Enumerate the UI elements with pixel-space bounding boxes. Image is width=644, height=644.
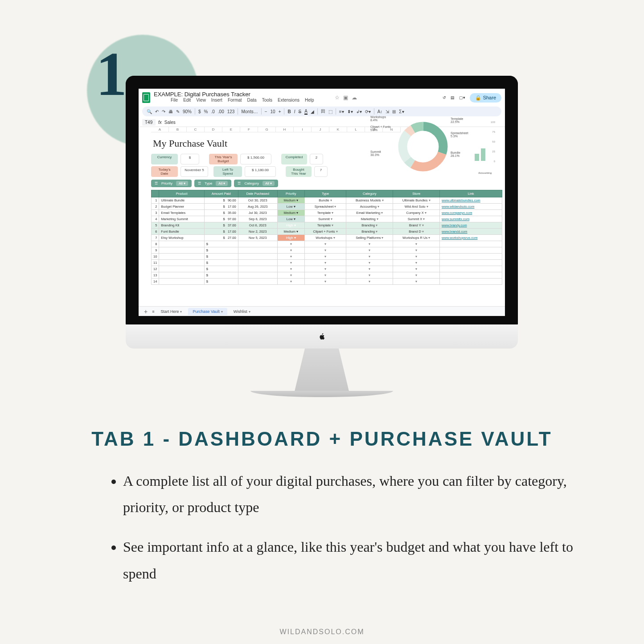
tab-start-here[interactable]: Start Here▾ <box>156 308 186 315</box>
vault-title: My Purchase Vault <box>151 135 502 154</box>
history-icon[interactable]: ↺ <box>443 95 446 100</box>
document-title[interactable]: EXAMPLE: Digital Purchases Tracker <box>154 91 331 98</box>
legend-template: Template22.5% <box>451 117 463 123</box>
toolbar[interactable]: 🔍 ↶ ↷ 🖶 ✎ 90% $%.0.00123 Monts… −10+ B I… <box>142 107 501 116</box>
promo-bullets: A complete list all of your digital purc… <box>103 468 582 600</box>
menu-insert[interactable]: Insert <box>211 98 222 103</box>
cloud-icon[interactable]: ☁ <box>352 94 357 101</box>
date-value: November 5 <box>180 166 208 177</box>
table-row[interactable]: 1Ultimate Bundle$ 90.00Oct 30, 2023Mediu… <box>152 197 502 204</box>
table-row[interactable]: 4Marketing Summit$ 97.00Sep 6, 2023Low ▾… <box>152 216 502 222</box>
menu-format[interactable]: Format <box>228 98 242 103</box>
table-row[interactable]: 7Etsy Workshop$ 27.00Nov 5, 2023High ▾Wo… <box>152 235 502 241</box>
formula-bar[interactable]: Sales <box>164 120 176 125</box>
text-color-icon[interactable]: A <box>304 109 308 115</box>
bold-icon[interactable]: B <box>287 109 291 114</box>
share-button[interactable]: 🔒 Share <box>470 93 501 103</box>
all-sheets-icon[interactable]: ≡ <box>152 309 154 314</box>
bullet-1: A complete list all of your digital purc… <box>123 468 582 521</box>
apple-logo-icon <box>318 332 326 341</box>
menu-data[interactable]: Data <box>247 98 257 103</box>
table-row[interactable]: 8$▾▾▾▾ <box>152 241 502 247</box>
filter-type[interactable]: ☰ Type All ▾ <box>194 180 231 187</box>
share-label: Share <box>483 95 496 100</box>
purchases-table[interactable]: Product Amount Paid Date Puchased Priori… <box>151 190 502 285</box>
table-row[interactable]: 12$▾▾▾▾ <box>152 266 502 272</box>
menu-bar[interactable]: File Edit View Insert Format Data Tools … <box>154 98 331 104</box>
sheets-logo-icon <box>142 92 150 103</box>
table-row[interactable]: 11$▾▾▾▾ <box>152 260 502 266</box>
date-label: Today's Date <box>151 166 178 177</box>
fill-icon[interactable]: ◢ <box>311 109 314 114</box>
search-icon[interactable]: 🔍 <box>147 109 152 114</box>
undo-icon[interactable]: ↶ <box>155 109 159 114</box>
strike-icon[interactable]: S <box>298 109 301 114</box>
font-select[interactable]: Monts… <box>241 109 258 114</box>
comment-icon[interactable]: ▤ <box>451 95 455 100</box>
fx-icon: fx <box>158 120 162 125</box>
left-value: $ 1,180.00 <box>245 166 276 177</box>
name-box[interactable]: T49 <box>142 119 156 126</box>
paint-icon[interactable]: ✎ <box>176 109 180 114</box>
lock-icon: 🔒 <box>475 95 481 101</box>
sheet-tab-bar[interactable]: + ≡ Start Here▾ Purchase Vault▾ Wishlist… <box>139 306 505 316</box>
table-row[interactable]: 3Email Templates$ 35.00Jul 30, 2023Mediu… <box>152 210 502 216</box>
imac-mockup: EXAMPLE: Digital Purchases Tracker File … <box>126 76 518 397</box>
footer-url: WILDANDSOLO.COM <box>0 628 644 636</box>
star-icon[interactable]: ☆ <box>335 94 340 101</box>
meet-icon[interactable]: ▢▾ <box>459 95 465 100</box>
bullet-2: See important info at a glance, like thi… <box>123 534 582 587</box>
merge-icon[interactable]: ⬚ <box>328 109 332 114</box>
zoom-select[interactable]: 90% <box>183 109 192 114</box>
currency-value[interactable]: $ <box>180 154 199 164</box>
menu-help[interactable]: Help <box>305 98 314 103</box>
move-icon[interactable]: ▣ <box>343 94 348 101</box>
table-row[interactable]: 13$▾▾▾▾ <box>152 272 502 279</box>
table-row[interactable]: 10$▾▾▾▾ <box>152 254 502 260</box>
filter-priority[interactable]: ☰ Priority All ▾ <box>151 180 192 187</box>
completed-value: 2 <box>310 154 323 164</box>
column-headers[interactable]: ABCDEFGHIJKLMN <box>151 127 401 132</box>
font-size[interactable]: 10 <box>271 109 275 114</box>
legend-workshops: Workshops8.4% <box>370 115 386 122</box>
menu-tools[interactable]: Tools <box>262 98 272 103</box>
menu-extensions[interactable]: Extensions <box>278 98 299 103</box>
filter-category[interactable]: ☰ Category All ▾ <box>234 180 278 187</box>
left-label: Left To Spend <box>213 166 242 177</box>
menu-file[interactable]: File <box>171 98 178 103</box>
table-row[interactable]: 2Budget Planner$ 17.00Aug 26, 2023Low ▾S… <box>152 204 502 210</box>
italic-icon[interactable]: I <box>294 109 295 114</box>
currency-label: Currency <box>151 154 178 164</box>
completed-label: Completed <box>281 154 307 164</box>
budget-value[interactable]: $ 1,500.00 <box>240 154 271 164</box>
table-row[interactable]: 9$▾▾▾▾ <box>152 247 502 254</box>
menu-edit[interactable]: Edit <box>183 98 191 103</box>
bought-label: Bought This Year <box>286 166 312 177</box>
table-row[interactable]: 6Font Bundle$ 17.00Nov 2, 2023Medium ▾Cl… <box>152 229 502 235</box>
borders-icon[interactable]: 田 <box>321 108 325 115</box>
table-row[interactable]: 14$▾▾▾▾ <box>152 279 502 285</box>
print-icon[interactable]: 🖶 <box>168 109 173 114</box>
budget-label: This Year's Budget <box>209 154 238 164</box>
promo-headline: TAB 1 - DASHBOARD + PURCHASE VAULT <box>0 428 644 450</box>
redo-icon[interactable]: ↷ <box>162 109 165 114</box>
add-sheet-icon[interactable]: + <box>141 308 150 315</box>
menu-view[interactable]: View <box>196 98 206 103</box>
table-row[interactable]: 5Branding Kit$ 37.00Oct 6, 2023High ▾Tem… <box>152 222 502 229</box>
screen: EXAMPLE: Digital Purchases Tracker File … <box>139 89 505 316</box>
tab-wishlist[interactable]: Wishlist▾ <box>229 308 255 315</box>
bought-value: 7 <box>314 166 328 177</box>
tab-purchase-vault[interactable]: Purchase Vault▾ <box>188 308 227 315</box>
